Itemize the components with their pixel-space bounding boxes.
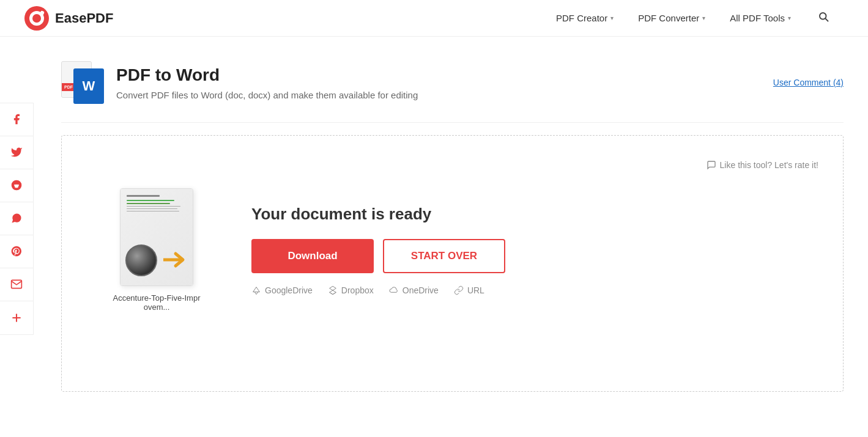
dropbox-icon	[328, 285, 338, 295]
rate-label: Like this tool? Let's rate it!	[720, 160, 818, 170]
file-name: Accenture-Top-Five-Improvem...	[111, 293, 202, 312]
file-preview: Accenture-Top-Five-Improvem...	[111, 188, 202, 312]
download-button[interactable]: Download	[251, 239, 374, 273]
link-icon	[454, 285, 464, 295]
twitter-share-button[interactable]	[0, 136, 33, 169]
action-buttons: Download START OVER	[251, 239, 794, 273]
preview-inner	[121, 189, 193, 285]
social-sidebar	[0, 103, 34, 335]
nav-pdf-converter-label: PDF Converter	[638, 13, 699, 23]
reddit-icon	[10, 179, 23, 191]
dropbox-label: Dropbox	[341, 285, 374, 295]
ready-section: Your document is ready Download START OV…	[251, 205, 794, 295]
pinterest-share-button[interactable]	[0, 235, 33, 268]
result-area: Accenture-Top-Five-Improvem... Your docu…	[86, 188, 818, 312]
page-icon: PDF W	[61, 61, 104, 104]
googledrive-icon	[251, 285, 261, 295]
twitter-icon	[10, 146, 23, 158]
svg-line-11	[256, 292, 258, 295]
search-icon	[818, 11, 829, 22]
main-nav: PDF Creator ▾ PDF Converter ▾ All PDF To…	[556, 9, 831, 28]
rate-tool-link[interactable]: Like this tool? Let's rate it!	[707, 160, 818, 170]
logo-icon	[24, 6, 49, 31]
page-title: PDF to Word	[116, 65, 761, 85]
start-over-button[interactable]: START OVER	[383, 239, 505, 273]
svg-line-10	[254, 292, 256, 295]
nav-pdf-creator-label: PDF Creator	[556, 13, 607, 23]
nav-pdf-creator[interactable]: PDF Creator ▾	[556, 13, 614, 23]
chevron-down-icon: ▾	[610, 15, 614, 21]
search-button[interactable]	[815, 9, 831, 28]
page-subtitle: Convert PDF files to Word (doc, docx) an…	[116, 90, 761, 100]
tool-area: Like this tool? Let's rate it!	[61, 135, 844, 392]
arrow-icon	[163, 251, 188, 268]
doc-lines	[127, 195, 187, 213]
dropbox-option[interactable]: Dropbox	[328, 285, 374, 295]
page-title-area: PDF to Word Convert PDF files to Word (d…	[116, 65, 761, 100]
chat-icon	[707, 160, 716, 170]
lens-image	[125, 244, 157, 276]
svg-line-5	[825, 18, 828, 21]
url-option[interactable]: URL	[454, 285, 484, 295]
onedrive-option[interactable]: OneDrive	[389, 285, 439, 295]
googledrive-option[interactable]: GoogleDrive	[251, 285, 313, 295]
page-header: PDF W PDF to Word Convert PDF files to W…	[61, 49, 844, 123]
email-icon	[10, 278, 23, 290]
logo[interactable]: EasePDF	[24, 6, 113, 31]
nav-all-pdf-tools[interactable]: All PDF Tools ▾	[730, 13, 791, 23]
header: EasePDF PDF Creator ▾ PDF Converter ▾ Al…	[0, 0, 868, 37]
ready-title: Your document is ready	[251, 205, 794, 224]
cloud-options: GoogleDrive Dropbox OneDrive	[251, 285, 794, 295]
tool-header: Like this tool? Let's rate it!	[86, 160, 818, 170]
email-share-button[interactable]	[0, 268, 33, 301]
plus-icon	[10, 312, 23, 324]
googledrive-label: GoogleDrive	[265, 285, 313, 295]
url-label: URL	[467, 285, 484, 295]
logo-text: EasePDF	[55, 10, 113, 26]
whatsapp-share-button[interactable]	[0, 202, 33, 235]
main-content: PDF W PDF to Word Convert PDF files to W…	[37, 37, 868, 416]
word-file-icon: W	[73, 68, 104, 104]
svg-point-2	[32, 14, 41, 23]
facebook-share-button[interactable]	[0, 103, 33, 136]
onedrive-icon	[389, 285, 399, 295]
onedrive-label: OneDrive	[402, 285, 439, 295]
whatsapp-icon	[10, 212, 23, 224]
pinterest-icon	[10, 245, 23, 257]
reddit-share-button[interactable]	[0, 169, 33, 202]
chevron-down-icon: ▾	[788, 15, 791, 21]
preview-thumbnail	[120, 188, 193, 286]
chevron-down-icon: ▾	[702, 15, 705, 21]
nav-pdf-converter[interactable]: PDF Converter ▾	[638, 13, 705, 23]
more-share-button[interactable]	[0, 301, 33, 334]
nav-all-pdf-tools-label: All PDF Tools	[730, 13, 785, 23]
facebook-icon	[10, 113, 23, 125]
user-comment-link[interactable]: User Comment (4)	[773, 78, 844, 87]
